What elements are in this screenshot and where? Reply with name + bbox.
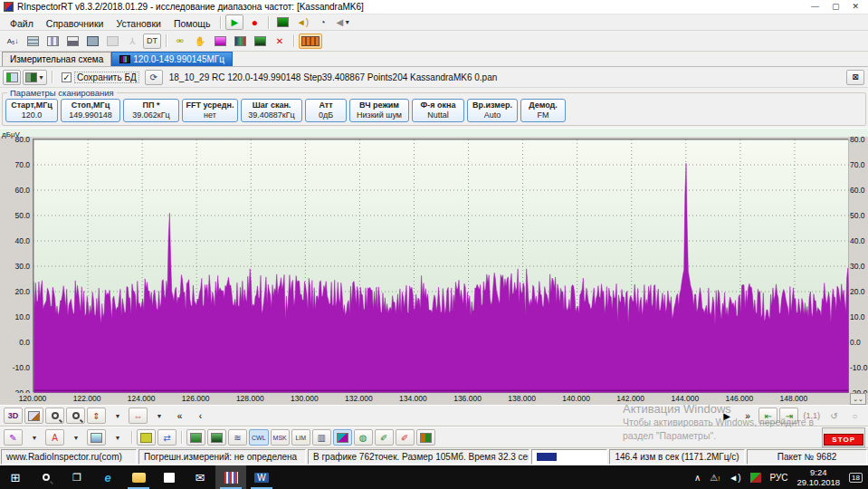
play-trace-button[interactable]: ▶ [717, 408, 736, 424]
y-scale-drop-button[interactable]: ▼ [108, 408, 127, 424]
delete-button[interactable]: ✕ [271, 34, 289, 49]
maximize-button[interactable]: ▢ [832, 2, 840, 12]
record-button[interactable]: ● [245, 14, 263, 30]
menu-item-0[interactable]: Файл [4, 16, 40, 31]
edit-trace-button[interactable]: ✐ [375, 429, 394, 446]
taskbar-clock[interactable]: 9:24 29.10.2018 [797, 467, 841, 487]
waterfall-window-button[interactable] [231, 34, 249, 49]
copy-chart-button[interactable] [24, 408, 43, 424]
fast-forward-button[interactable]: » [738, 408, 757, 424]
limits-mode-button[interactable]: LIM [291, 429, 310, 446]
splitter-button[interactable]: ⌄⌄ [850, 393, 866, 405]
page-prev-button[interactable]: ‹ [191, 408, 210, 424]
task-view-button[interactable]: ❐ [62, 465, 92, 489]
menu-item-2[interactable]: Установки [110, 16, 167, 31]
antenna-button[interactable]: ⅄ [123, 34, 141, 49]
language-indicator[interactable]: РУС [770, 473, 788, 483]
start-button[interactable]: ⊞ [0, 465, 31, 489]
link-button[interactable]: ⚮ [171, 34, 189, 49]
scan-param-4-button[interactable]: Шаг скан.39.40887кГц [241, 99, 302, 122]
volume-icon[interactable]: ◄) [729, 473, 740, 483]
store-button[interactable] [154, 465, 185, 489]
threshold-button[interactable] [186, 429, 205, 446]
tab-frequency-range[interactable]: 120.0-149.990145МГц [111, 52, 233, 66]
scan-param-0-button[interactable]: Старт,МГц120.0 [5, 99, 58, 122]
panorama-mode-button[interactable]: ▼ [23, 70, 47, 85]
expand-span-2-button[interactable]: ⇥ [779, 408, 798, 424]
menu-item-1[interactable]: Справочники [40, 16, 110, 31]
signal-table-button[interactable] [416, 429, 435, 446]
minimize-button[interactable]: — [811, 2, 819, 12]
scan-param-2-button[interactable]: ПП *39.062кГц [123, 99, 179, 122]
notification-button[interactable]: 18 [849, 473, 863, 483]
print-button[interactable] [63, 34, 81, 49]
fill-area-button[interactable] [333, 429, 352, 446]
panorama-view-button[interactable] [273, 14, 291, 30]
zoom-in-button[interactable] [45, 408, 64, 424]
horn-menu-button[interactable]: ◀▼ [333, 14, 353, 30]
power-button[interactable]: ○ [845, 408, 864, 424]
load-panorama-button[interactable] [3, 70, 21, 85]
threshold-2-button[interactable] [207, 429, 226, 446]
scan-param-7-button[interactable]: Ф-я окнаNuttal [412, 99, 464, 122]
cwl-mode-button[interactable]: CWL [249, 429, 269, 446]
mail-button[interactable]: ✉ [185, 465, 215, 489]
erase-trace-button[interactable]: ✐ [396, 429, 415, 446]
columns-view-button[interactable] [43, 34, 62, 49]
x-scale-drop-button[interactable]: ▼ [149, 408, 168, 424]
records-window-button[interactable] [251, 34, 269, 49]
close-button[interactable]: ✕ [852, 2, 859, 12]
page-first-button[interactable]: « [170, 408, 189, 424]
table-view-button[interactable] [24, 34, 42, 49]
marker-pen-drop-button[interactable]: ▼ [24, 429, 43, 446]
menu-item-3[interactable]: Помощь [167, 16, 217, 31]
cassette-button[interactable] [137, 429, 156, 446]
text-marker-drop-button[interactable]: ▼ [66, 429, 85, 446]
word-button[interactable]: W [246, 465, 277, 489]
zoom-out-button[interactable] [66, 408, 85, 424]
expand-span-button[interactable]: ⇤ [758, 408, 777, 424]
reset-view-button[interactable]: ↺ [825, 408, 844, 424]
run-scan-button[interactable]: ▶ [225, 14, 243, 30]
close-panel-button[interactable]: ⊠ [846, 70, 864, 85]
audio-alert-button[interactable]: ◄) [293, 14, 311, 30]
taskbar-search-button[interactable] [31, 465, 62, 489]
cursor-coords-button[interactable]: (1,1) [800, 408, 823, 424]
sort-ab-button[interactable]: А₅↓ [4, 34, 22, 49]
plot-area[interactable] [33, 139, 848, 392]
schedule-button[interactable]: ◔ [313, 14, 331, 30]
tab-measurement-schema[interactable]: Измерительная схема [2, 52, 111, 66]
hand-measure-button[interactable]: ✋ [191, 34, 209, 49]
stop-button[interactable]: STOP [824, 434, 863, 446]
image-export-button[interactable] [103, 34, 121, 49]
rinspector-taskbar-button[interactable] [215, 465, 246, 489]
scan-param-8-button[interactable]: Вр.измер.Auto [467, 99, 518, 122]
chart-type-button[interactable] [87, 429, 106, 446]
save-db-checkbox[interactable]: ✓ [62, 72, 72, 82]
hist-mode-button[interactable]: ▥ [312, 429, 331, 446]
scan-param-3-button[interactable]: FFT усредн.нет [182, 99, 238, 122]
y-scale-button[interactable]: ⇕ [87, 408, 106, 424]
scan-param-6-button[interactable]: ВЧ режимНизкий шум [349, 99, 409, 122]
x-scale-button[interactable]: ⇔ [129, 408, 148, 424]
spectrum-chart[interactable] [33, 139, 849, 393]
dt-button[interactable]: DT [143, 34, 161, 49]
save-button[interactable] [83, 34, 101, 49]
globe-button[interactable]: ◍ [354, 429, 373, 446]
edge-button[interactable]: e [92, 465, 123, 489]
chart-type-drop-button[interactable]: ▼ [108, 429, 127, 446]
mask-mode-button[interactable]: MSK [271, 429, 290, 446]
scan-param-5-button[interactable]: Атт0дБ [305, 99, 347, 122]
import-export-button[interactable]: ⇄ [157, 429, 176, 446]
trace-lines-button[interactable]: ≋ [228, 429, 247, 446]
text-marker-button[interactable]: A [45, 429, 64, 446]
file-explorer-button[interactable] [123, 465, 154, 489]
tray-chevron-button[interactable]: ∧ [694, 473, 701, 483]
scan-param-9-button[interactable]: Демод.FM [520, 99, 566, 122]
marker-pen-button[interactable]: ✎ [4, 429, 23, 446]
scan-param-1-button[interactable]: Стоп,МГц149.990148 [61, 99, 120, 122]
tray-app-icon[interactable] [750, 473, 761, 483]
active-panorama-button[interactable] [299, 34, 322, 49]
network-icon[interactable]: ⚠! [710, 473, 720, 483]
spectrum-window-button[interactable] [211, 34, 229, 49]
